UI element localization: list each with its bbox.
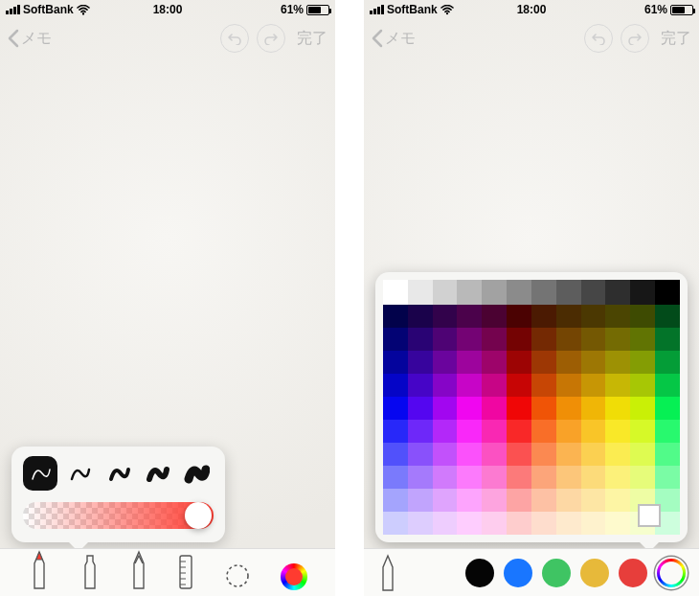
color-grid-cell[interactable] — [581, 489, 606, 512]
color-grid-cell[interactable] — [457, 443, 482, 466]
color-grid-cell[interactable] — [655, 420, 680, 443]
color-swatch-black[interactable] — [465, 559, 494, 587]
color-grid-cell[interactable] — [630, 443, 655, 466]
color-grid-cell[interactable] — [655, 328, 680, 351]
color-grid-cell[interactable] — [433, 374, 458, 397]
color-swatch-yellow[interactable] — [580, 559, 609, 587]
color-grid-cell[interactable] — [556, 305, 581, 328]
color-grid-cell[interactable] — [581, 374, 606, 397]
color-grid-cell[interactable] — [605, 280, 630, 305]
color-grid-cell[interactable] — [433, 443, 458, 466]
color-grid-cell[interactable] — [507, 305, 531, 328]
color-grid-cell[interactable] — [630, 280, 655, 305]
color-grid-cell[interactable] — [457, 466, 482, 489]
color-grid-cell[interactable] — [408, 443, 433, 466]
opacity-slider-knob[interactable] — [185, 502, 212, 529]
color-grid-cell[interactable] — [581, 305, 606, 328]
undo-button[interactable] — [584, 24, 613, 53]
color-grid-cell[interactable] — [531, 397, 556, 420]
color-tool[interactable] — [281, 563, 307, 590]
color-grid-cell[interactable] — [383, 489, 408, 512]
undo-button[interactable] — [220, 24, 249, 53]
stroke-width-option[interactable] — [23, 456, 57, 491]
color-grid-cell[interactable] — [531, 466, 556, 489]
color-grid-cell[interactable] — [556, 466, 581, 489]
stroke-width-option[interactable] — [140, 456, 174, 491]
color-grid-cell[interactable] — [630, 374, 655, 397]
color-grid-cell[interactable] — [482, 443, 507, 466]
color-grid-cell[interactable] — [383, 466, 408, 489]
color-grid-cell[interactable] — [581, 420, 606, 443]
color-grid-cell[interactable] — [507, 420, 531, 443]
done-button[interactable]: 完了 — [297, 29, 327, 49]
color-grid-cell[interactable] — [383, 420, 408, 443]
color-grid-cell[interactable] — [630, 351, 655, 374]
color-grid-cell[interactable] — [531, 328, 556, 351]
color-grid-cell[interactable] — [581, 328, 606, 351]
color-grid-cell[interactable] — [433, 305, 458, 328]
color-grid-cell[interactable] — [605, 328, 630, 351]
color-grid-cell[interactable] — [457, 351, 482, 374]
pencil-tool[interactable] — [129, 550, 148, 590]
color-grid-cell[interactable] — [630, 305, 655, 328]
color-grid-cell[interactable] — [383, 374, 408, 397]
color-grid-cell[interactable] — [408, 512, 433, 535]
color-grid-cell[interactable] — [655, 351, 680, 374]
color-grid-cell[interactable] — [605, 443, 630, 466]
color-grid-cell[interactable] — [433, 351, 458, 374]
color-grid-cell[interactable] — [605, 374, 630, 397]
color-grid-cell[interactable] — [433, 512, 458, 535]
color-grid-cell[interactable] — [383, 351, 408, 374]
color-grid-cell[interactable] — [630, 397, 655, 420]
color-grid-cell[interactable] — [655, 374, 680, 397]
color-swatch-rainbow[interactable] — [657, 559, 686, 587]
color-grid-cell[interactable] — [531, 280, 556, 305]
color-grid-cell[interactable] — [556, 280, 581, 305]
color-grid-cell[interactable] — [482, 280, 507, 305]
back-button[interactable]: メモ — [372, 29, 416, 49]
stroke-width-option[interactable] — [62, 456, 97, 491]
color-grid-cell[interactable] — [457, 280, 482, 305]
lasso-tool[interactable] — [223, 562, 252, 590]
color-grid-cell[interactable] — [408, 466, 433, 489]
color-swatch-blue[interactable] — [504, 559, 532, 587]
color-grid-cell[interactable] — [630, 466, 655, 489]
color-grid-cell[interactable] — [581, 397, 606, 420]
color-grid-cell[interactable] — [408, 305, 433, 328]
color-grid-cell[interactable] — [433, 489, 458, 512]
color-grid-cell[interactable] — [482, 374, 507, 397]
color-grid-cell[interactable] — [581, 351, 606, 374]
color-grid-cell[interactable] — [457, 512, 482, 535]
color-grid-cell[interactable] — [383, 328, 408, 351]
color-grid-cell[interactable] — [457, 397, 482, 420]
color-grid-cell[interactable] — [556, 512, 581, 535]
color-grid-cell[interactable] — [457, 489, 482, 512]
color-grid-cell[interactable] — [605, 305, 630, 328]
back-button[interactable]: メモ — [8, 29, 52, 49]
color-grid-cell[interactable] — [433, 420, 458, 443]
color-grid-cell[interactable] — [556, 420, 581, 443]
ruler-tool[interactable] — [177, 552, 194, 590]
color-grid-cell[interactable] — [457, 420, 482, 443]
color-grid-cell[interactable] — [605, 351, 630, 374]
color-grid-cell[interactable] — [408, 328, 433, 351]
stroke-width-option[interactable] — [179, 456, 214, 491]
color-grid-cell[interactable] — [605, 397, 630, 420]
color-grid-cell[interactable] — [507, 397, 531, 420]
color-grid-cell[interactable] — [482, 489, 507, 512]
color-grid-cell[interactable] — [531, 443, 556, 466]
color-grid-cell[interactable] — [531, 351, 556, 374]
color-grid-cell[interactable] — [531, 305, 556, 328]
done-button[interactable]: 完了 — [661, 29, 691, 49]
color-grid-cell[interactable] — [383, 397, 408, 420]
color-grid-cell[interactable] — [507, 351, 531, 374]
color-swatch-red[interactable] — [619, 559, 647, 587]
opacity-slider[interactable] — [23, 502, 214, 529]
color-grid-cell[interactable] — [581, 466, 606, 489]
color-grid-cell[interactable] — [482, 420, 507, 443]
color-grid-cell[interactable] — [383, 305, 408, 328]
color-grid-cell[interactable] — [482, 397, 507, 420]
color-grid-cell[interactable] — [556, 328, 581, 351]
color-grid-cell[interactable] — [507, 374, 531, 397]
color-grid-cell[interactable] — [408, 280, 433, 305]
